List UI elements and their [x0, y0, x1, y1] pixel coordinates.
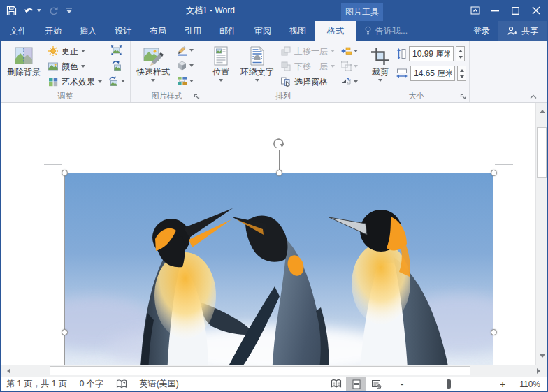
document-area[interactable]: [1, 103, 547, 365]
height-spinner[interactable]: [456, 46, 465, 61]
sign-in-button[interactable]: 登录: [465, 21, 498, 41]
rotate-handle-icon[interactable]: [273, 138, 286, 151]
ribbon-right-spacer: [470, 41, 547, 102]
group-size: 裁剪 大小: [363, 41, 470, 102]
position-dropdown-icon: [219, 79, 223, 84]
close-button[interactable]: [526, 0, 546, 21]
zoom-in-button[interactable]: +: [497, 379, 508, 390]
word-window: 文档1 - Word 图片工具 文件 开始 插入 设计 布局 引用 邮件 审阅 …: [0, 0, 548, 392]
align-button[interactable]: [338, 43, 360, 59]
quick-styles-button[interactable]: 快速样式: [134, 43, 173, 84]
position-icon: [210, 45, 232, 67]
size-dialog-launcher[interactable]: [460, 94, 467, 101]
undo-dropdown-icon[interactable]: [37, 9, 41, 14]
change-picture-button[interactable]: [106, 58, 127, 73]
collapse-ribbon-icon[interactable]: [529, 94, 538, 100]
redo-button-disabled[interactable]: [48, 6, 59, 16]
share-button[interactable]: 共享: [498, 21, 547, 41]
position-button[interactable]: 位置: [206, 43, 236, 84]
customize-qat-button[interactable]: [66, 6, 73, 15]
tab-layout[interactable]: 布局: [140, 21, 175, 41]
print-layout-button[interactable]: [346, 377, 366, 391]
color-button[interactable]: 颜色: [45, 59, 104, 74]
undo-button[interactable]: [24, 6, 41, 15]
horizontal-scrollbar[interactable]: [1, 365, 547, 377]
width-spin-up-icon[interactable]: [460, 67, 464, 72]
vertical-scrollbar[interactable]: [535, 103, 547, 365]
tab-view[interactable]: 视图: [280, 21, 315, 41]
bring-forward-button-disabled[interactable]: 上移一层: [278, 43, 337, 59]
tab-design[interactable]: 设计: [106, 21, 140, 41]
reset-picture-button[interactable]: [106, 73, 127, 89]
tell-me-box[interactable]: 告诉我...: [364, 21, 408, 41]
scroll-left-icon: [4, 368, 10, 374]
crop-button[interactable]: 裁剪: [366, 43, 394, 84]
close-icon: [532, 6, 540, 15]
adjust-group-label: 调整: [1, 91, 130, 101]
scroll-up-button[interactable]: [536, 105, 547, 117]
zoom-slider-track[interactable]: [410, 384, 494, 384]
width-input[interactable]: [410, 66, 455, 81]
picture-border-button[interactable]: [174, 43, 196, 58]
picture-effects-button[interactable]: [174, 58, 196, 73]
width-spin-down-icon[interactable]: [460, 75, 464, 80]
bring-forward-icon: [280, 45, 291, 57]
tab-review[interactable]: 审阅: [245, 21, 280, 41]
scroll-right-button[interactable]: [533, 365, 545, 377]
picture-styles-group-label: 图片样式: [131, 91, 203, 101]
read-mode-button[interactable]: [326, 377, 346, 391]
wrap-text-button[interactable]: 环绕文字: [238, 43, 277, 84]
ribbon-display-options-button[interactable]: [465, 0, 485, 21]
tab-file[interactable]: 文件: [1, 21, 36, 41]
resize-handle-middle-left[interactable]: [62, 329, 68, 335]
redo-icon: [48, 6, 59, 16]
vertical-scroll-thumb[interactable]: [537, 127, 547, 178]
height-input[interactable]: [409, 46, 454, 61]
selection-pane-button[interactable]: 选择窗格: [278, 74, 337, 89]
zoom-out-button[interactable]: -: [396, 379, 408, 390]
language-indicator[interactable]: 英语(美国): [140, 378, 179, 390]
proofing-status-button[interactable]: [116, 379, 127, 389]
resize-handle-middle-right[interactable]: [491, 329, 497, 335]
remove-background-icon: [13, 45, 35, 67]
window-title: 文档1 - Word: [147, 0, 273, 21]
zoom-percentage[interactable]: 110%: [511, 379, 540, 389]
group-button-disabled[interactable]: [338, 59, 360, 74]
zoom-control: - +: [396, 379, 508, 390]
resize-handle-top-right[interactable]: [491, 170, 497, 176]
picture-effects-dropdown-icon: [189, 64, 194, 69]
scroll-down-button[interactable]: [536, 351, 547, 363]
tab-references[interactable]: 引用: [175, 21, 210, 41]
height-spin-down-icon[interactable]: [459, 56, 463, 61]
height-spin-up-icon[interactable]: [459, 48, 463, 52]
minimize-button[interactable]: [485, 0, 505, 21]
corrections-button[interactable]: 更正: [45, 43, 104, 59]
maximize-button[interactable]: [505, 0, 526, 21]
web-layout-button[interactable]: [366, 377, 387, 391]
tab-format-active[interactable]: 格式: [315, 21, 356, 41]
proofing-book-icon: [116, 379, 127, 389]
send-backward-button-disabled[interactable]: 下移一层: [278, 59, 337, 74]
save-button[interactable]: [6, 6, 17, 16]
scroll-left-button[interactable]: [2, 365, 14, 377]
horizontal-scroll-thumb[interactable]: [50, 366, 470, 375]
resize-handle-top-center[interactable]: [276, 170, 282, 176]
tab-mailings[interactable]: 邮件: [210, 21, 245, 41]
rotate-button[interactable]: [338, 74, 360, 89]
margin-mark-top-right-v: [493, 147, 493, 163]
picture-styles-dialog-launcher[interactable]: [194, 94, 201, 101]
tab-insert[interactable]: 插入: [71, 21, 106, 41]
compress-pictures-button[interactable]: [106, 43, 127, 58]
ribbon-display-options-icon: [470, 6, 480, 15]
selected-picture[interactable]: [64, 173, 493, 365]
tab-home[interactable]: 开始: [36, 21, 71, 41]
remove-background-button[interactable]: 删除背景: [3, 43, 44, 77]
crop-dropdown-icon: [378, 79, 382, 84]
artistic-effects-button[interactable]: 艺术效果: [45, 74, 104, 89]
resize-handle-top-left[interactable]: [62, 170, 68, 176]
picture-layout-button[interactable]: [174, 73, 196, 89]
page-indicator[interactable]: 第 1 页，共 1 页: [6, 378, 67, 390]
zoom-slider-handle[interactable]: [447, 379, 451, 389]
width-spinner[interactable]: [457, 66, 466, 81]
word-count[interactable]: 0 个字: [80, 378, 103, 390]
